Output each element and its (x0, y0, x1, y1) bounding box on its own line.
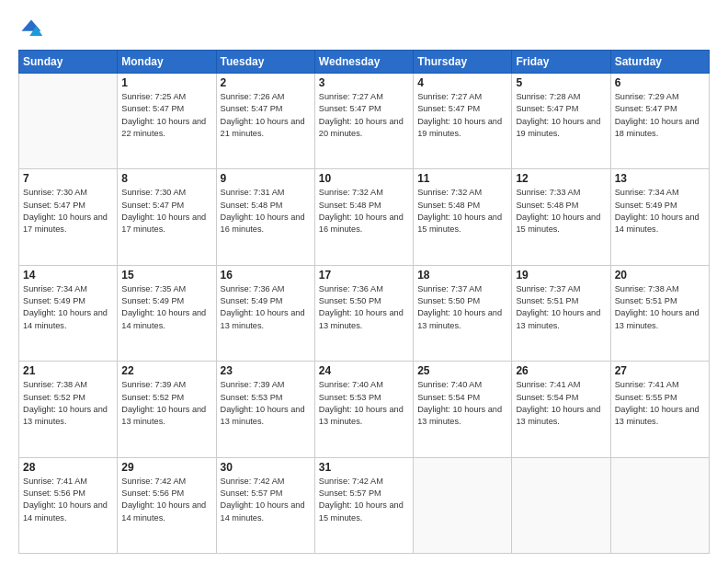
calendar-cell (610, 457, 709, 553)
day-number: 20 (615, 269, 705, 282)
calendar-cell: 25Sunrise: 7:40 AM Sunset: 5:54 PM Dayli… (414, 362, 512, 457)
page: SundayMondayTuesdayWednesdayThursdayFrid… (0, 0, 728, 563)
calendar-week-5: 28Sunrise: 7:41 AM Sunset: 5:56 PM Dayli… (19, 457, 710, 553)
day-info: Sunrise: 7:36 AM Sunset: 5:50 PM Dayligh… (319, 283, 409, 332)
day-info: Sunrise: 7:40 AM Sunset: 5:54 PM Dayligh… (417, 379, 507, 428)
day-info: Sunrise: 7:38 AM Sunset: 5:52 PM Dayligh… (23, 379, 113, 428)
day-info: Sunrise: 7:26 AM Sunset: 5:47 PM Dayligh… (221, 91, 311, 140)
day-number: 2 (221, 76, 311, 89)
calendar-cell: 10Sunrise: 7:32 AM Sunset: 5:48 PM Dayli… (314, 169, 413, 265)
day-number: 29 (121, 461, 211, 474)
day-info: Sunrise: 7:42 AM Sunset: 5:57 PM Dayligh… (319, 476, 409, 524)
calendar-week-3: 14Sunrise: 7:34 AM Sunset: 5:49 PM Dayli… (19, 265, 710, 361)
day-number: 26 (516, 364, 606, 377)
day-info: Sunrise: 7:38 AM Sunset: 5:51 PM Dayligh… (615, 283, 705, 332)
calendar-cell: 30Sunrise: 7:42 AM Sunset: 5:57 PM Dayli… (216, 457, 314, 553)
day-number: 12 (516, 172, 606, 185)
calendar-cell: 15Sunrise: 7:35 AM Sunset: 5:49 PM Dayli… (118, 265, 216, 361)
day-number: 18 (417, 269, 507, 282)
day-number: 3 (319, 76, 409, 89)
day-info: Sunrise: 7:37 AM Sunset: 5:50 PM Dayligh… (417, 283, 507, 332)
day-number: 15 (121, 269, 211, 282)
calendar-cell: 12Sunrise: 7:33 AM Sunset: 5:48 PM Dayli… (512, 169, 610, 265)
calendar-week-1: 1Sunrise: 7:25 AM Sunset: 5:47 PM Daylig… (19, 74, 710, 169)
calendar-cell: 7Sunrise: 7:30 AM Sunset: 5:47 PM Daylig… (19, 169, 118, 265)
calendar-cell (512, 457, 610, 553)
calendar-week-2: 7Sunrise: 7:30 AM Sunset: 5:47 PM Daylig… (19, 169, 710, 265)
day-number: 23 (221, 364, 311, 377)
day-info: Sunrise: 7:27 AM Sunset: 5:47 PM Dayligh… (417, 91, 507, 140)
day-number: 30 (221, 461, 311, 474)
calendar-cell: 31Sunrise: 7:42 AM Sunset: 5:57 PM Dayli… (314, 457, 413, 553)
day-number: 7 (23, 172, 113, 185)
day-number: 19 (516, 269, 606, 282)
calendar-cell: 1Sunrise: 7:25 AM Sunset: 5:47 PM Daylig… (118, 74, 216, 169)
day-number: 17 (319, 269, 409, 282)
day-info: Sunrise: 7:29 AM Sunset: 5:47 PM Dayligh… (615, 91, 705, 140)
calendar-cell: 26Sunrise: 7:41 AM Sunset: 5:54 PM Dayli… (512, 362, 610, 457)
day-number: 10 (319, 172, 409, 185)
calendar-cell: 11Sunrise: 7:32 AM Sunset: 5:48 PM Dayli… (414, 169, 512, 265)
day-info: Sunrise: 7:41 AM Sunset: 5:54 PM Dayligh… (516, 379, 606, 428)
calendar-week-4: 21Sunrise: 7:38 AM Sunset: 5:52 PM Dayli… (19, 362, 710, 457)
day-info: Sunrise: 7:28 AM Sunset: 5:47 PM Dayligh… (516, 91, 606, 140)
logo-icon (18, 17, 44, 42)
day-info: Sunrise: 7:36 AM Sunset: 5:49 PM Dayligh… (221, 283, 311, 332)
day-info: Sunrise: 7:35 AM Sunset: 5:49 PM Dayligh… (121, 283, 211, 332)
day-info: Sunrise: 7:39 AM Sunset: 5:52 PM Dayligh… (121, 379, 211, 428)
day-number: 24 (319, 364, 409, 377)
calendar-header-row: SundayMondayTuesdayWednesdayThursdayFrid… (19, 51, 710, 74)
day-number: 28 (23, 461, 113, 474)
day-number: 21 (23, 364, 113, 377)
calendar-header-wednesday: Wednesday (314, 51, 413, 74)
day-number: 27 (615, 364, 705, 377)
calendar-cell: 13Sunrise: 7:34 AM Sunset: 5:49 PM Dayli… (610, 169, 709, 265)
calendar-cell (19, 74, 118, 169)
day-info: Sunrise: 7:41 AM Sunset: 5:55 PM Dayligh… (615, 379, 705, 428)
day-number: 22 (121, 364, 211, 377)
day-number: 31 (319, 461, 409, 474)
calendar-cell: 18Sunrise: 7:37 AM Sunset: 5:50 PM Dayli… (414, 265, 512, 361)
calendar-cell: 17Sunrise: 7:36 AM Sunset: 5:50 PM Dayli… (314, 265, 413, 361)
day-number: 5 (516, 76, 606, 89)
day-info: Sunrise: 7:30 AM Sunset: 5:47 PM Dayligh… (23, 187, 113, 236)
calendar-cell: 20Sunrise: 7:38 AM Sunset: 5:51 PM Dayli… (610, 265, 709, 361)
calendar-cell: 27Sunrise: 7:41 AM Sunset: 5:55 PM Dayli… (610, 362, 709, 457)
calendar-cell: 23Sunrise: 7:39 AM Sunset: 5:53 PM Dayli… (216, 362, 314, 457)
logo (18, 17, 48, 42)
calendar-header-monday: Monday (118, 51, 216, 74)
day-info: Sunrise: 7:25 AM Sunset: 5:47 PM Dayligh… (121, 91, 211, 140)
day-info: Sunrise: 7:32 AM Sunset: 5:48 PM Dayligh… (319, 187, 409, 236)
day-number: 1 (121, 76, 211, 89)
day-info: Sunrise: 7:41 AM Sunset: 5:56 PM Dayligh… (23, 476, 113, 524)
calendar-cell: 9Sunrise: 7:31 AM Sunset: 5:48 PM Daylig… (216, 169, 314, 265)
calendar-cell: 8Sunrise: 7:30 AM Sunset: 5:47 PM Daylig… (118, 169, 216, 265)
calendar-cell: 3Sunrise: 7:27 AM Sunset: 5:47 PM Daylig… (314, 74, 413, 169)
day-info: Sunrise: 7:42 AM Sunset: 5:56 PM Dayligh… (121, 476, 211, 524)
calendar-header-thursday: Thursday (414, 51, 512, 74)
day-number: 14 (23, 269, 113, 282)
calendar-cell: 2Sunrise: 7:26 AM Sunset: 5:47 PM Daylig… (216, 74, 314, 169)
calendar-table: SundayMondayTuesdayWednesdayThursdayFrid… (18, 50, 710, 554)
day-number: 11 (417, 172, 507, 185)
day-number: 13 (615, 172, 705, 185)
day-number: 25 (417, 364, 507, 377)
day-info: Sunrise: 7:34 AM Sunset: 5:49 PM Dayligh… (23, 283, 113, 332)
calendar-cell: 19Sunrise: 7:37 AM Sunset: 5:51 PM Dayli… (512, 265, 610, 361)
day-number: 6 (615, 76, 705, 89)
calendar-cell: 24Sunrise: 7:40 AM Sunset: 5:53 PM Dayli… (314, 362, 413, 457)
day-number: 4 (417, 76, 507, 89)
day-info: Sunrise: 7:39 AM Sunset: 5:53 PM Dayligh… (221, 379, 311, 428)
calendar-header-friday: Friday (512, 51, 610, 74)
day-info: Sunrise: 7:30 AM Sunset: 5:47 PM Dayligh… (121, 187, 211, 236)
calendar-cell: 22Sunrise: 7:39 AM Sunset: 5:52 PM Dayli… (118, 362, 216, 457)
day-info: Sunrise: 7:33 AM Sunset: 5:48 PM Dayligh… (516, 187, 606, 236)
day-info: Sunrise: 7:32 AM Sunset: 5:48 PM Dayligh… (417, 187, 507, 236)
calendar-header-tuesday: Tuesday (216, 51, 314, 74)
calendar-cell: 29Sunrise: 7:42 AM Sunset: 5:56 PM Dayli… (118, 457, 216, 553)
day-info: Sunrise: 7:27 AM Sunset: 5:47 PM Dayligh… (319, 91, 409, 140)
calendar-cell: 14Sunrise: 7:34 AM Sunset: 5:49 PM Dayli… (19, 265, 118, 361)
day-info: Sunrise: 7:31 AM Sunset: 5:48 PM Dayligh… (221, 187, 311, 236)
day-info: Sunrise: 7:37 AM Sunset: 5:51 PM Dayligh… (516, 283, 606, 332)
day-number: 9 (221, 172, 311, 185)
